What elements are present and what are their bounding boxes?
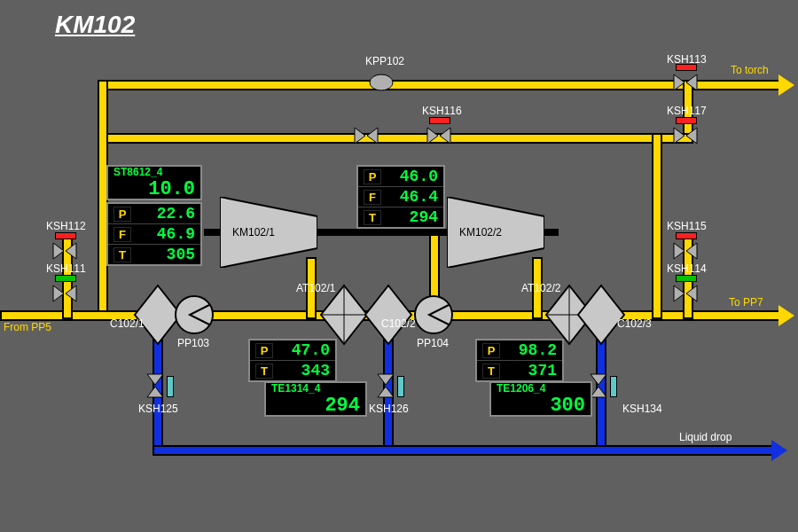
label-ksh115: KSH115 [667, 220, 707, 232]
svg-marker-18 [147, 387, 163, 397]
readout-left-pft: P22.6 F46.9 T305 [106, 202, 202, 266]
svg-marker-12 [66, 286, 76, 301]
valve-ksh111[interactable] [51, 284, 78, 303]
pipe [652, 133, 662, 319]
pipe-liquid [153, 445, 773, 456]
svg-marker-5 [674, 74, 685, 90]
label-ksh113: KSH113 [667, 53, 707, 66]
valve-ksh117[interactable] [672, 126, 699, 145]
svg-marker-33 [578, 286, 624, 344]
valve-ksh113[interactable] [672, 73, 699, 92]
label-at1022: AT102/2 [521, 282, 560, 294]
label-km1022: KM102/2 [459, 226, 502, 239]
valve-ksh126[interactable] [376, 372, 395, 399]
label-ksh126: KSH126 [369, 403, 409, 415]
svg-marker-14 [686, 243, 697, 259]
valve-ksh115[interactable] [672, 241, 699, 261]
label-ksh134: KSH134 [622, 403, 662, 415]
readout-value: 294 [410, 208, 438, 226]
svg-marker-20 [378, 387, 394, 397]
label-to-torch: To torch [731, 64, 769, 76]
readout-value: 305 [167, 246, 195, 263]
readout-value: 98.2 [519, 341, 557, 359]
readout-value: 294 [271, 395, 360, 417]
arrow-liquid [771, 440, 787, 461]
svg-point-34 [176, 296, 213, 333]
svg-marker-16 [686, 286, 697, 301]
valve-ksh112[interactable] [51, 241, 78, 261]
svg-marker-21 [591, 374, 606, 385]
readout-value: 46.4 [400, 188, 438, 206]
svg-marker-19 [378, 374, 394, 385]
svg-marker-29 [365, 286, 411, 344]
readout-te1206: TE1206_4 300 [489, 381, 592, 417]
label-ksh116: KSH116 [422, 105, 462, 117]
svg-marker-7 [674, 128, 685, 144]
svg-marker-6 [686, 74, 697, 90]
label-liquid: Liquid drop [679, 431, 732, 443]
svg-marker-15 [674, 286, 685, 301]
label-pp104: PP104 [417, 337, 449, 349]
label-at1021: AT102/1 [296, 282, 335, 294]
label-ksh114: KSH114 [667, 262, 707, 275]
arrow-to-torch [778, 74, 794, 96]
readout-tag: ST8612_4 [113, 166, 195, 178]
arrow-to-pp7 [778, 305, 794, 326]
page-title: KM102 [55, 11, 135, 39]
readout-value: 46.9 [157, 225, 195, 243]
readout-at1: P47.0 T343 [248, 339, 337, 382]
svg-marker-11 [53, 286, 64, 301]
readout-value: 10.0 [113, 178, 195, 200]
readout-st8612: ST8612_4 10.0 [106, 165, 202, 200]
separator-c1022[interactable] [364, 284, 413, 346]
svg-marker-2 [440, 128, 450, 144]
svg-marker-9 [53, 243, 64, 259]
valve-ksh114[interactable] [672, 284, 699, 303]
svg-point-0 [370, 74, 393, 90]
readout-value: 46.0 [400, 168, 438, 185]
svg-marker-4 [367, 128, 378, 144]
label-ksh112: KSH112 [46, 220, 86, 232]
label-pp103: PP103 [177, 337, 209, 349]
label-c1022: C102/2 [381, 317, 416, 330]
svg-marker-3 [355, 128, 365, 144]
readout-value: 22.6 [157, 205, 195, 223]
pipe [98, 133, 693, 144]
label-kpp102: KPP102 [365, 55, 404, 67]
svg-marker-10 [66, 243, 76, 259]
svg-marker-17 [147, 374, 163, 385]
valve-ksh125[interactable] [145, 372, 165, 399]
readout-at2: P98.2 T371 [475, 339, 564, 382]
readout-te1314: TE1314_4 294 [264, 381, 367, 417]
label-ksh111: KSH111 [46, 262, 86, 275]
readout-tag: TE1314_4 [271, 382, 360, 395]
valve-kpp102[interactable] [368, 73, 395, 92]
svg-marker-22 [591, 387, 606, 397]
pump-pp104[interactable] [413, 294, 454, 335]
readout-tag: TE1206_4 [497, 382, 585, 395]
svg-point-35 [415, 296, 452, 333]
compressor-km1022[interactable]: KM102/2 [447, 197, 544, 268]
readout-value: 47.0 [292, 341, 330, 359]
svg-marker-13 [674, 243, 685, 259]
svg-marker-1 [427, 128, 438, 144]
label-ksh125: KSH125 [138, 403, 178, 415]
readout-value: 371 [528, 362, 557, 379]
compressor-km1021[interactable]: KM102/1 [220, 197, 317, 268]
label-from: From PP5 [4, 321, 51, 333]
valve-mid-left[interactable] [353, 126, 379, 145]
pump-pp103[interactable] [174, 294, 215, 335]
label-c1021: C102/1 [110, 317, 145, 330]
readout-value: 343 [301, 362, 330, 379]
valve-ksh116[interactable] [426, 126, 452, 145]
label-c1023: C102/3 [617, 317, 652, 330]
separator-c1023[interactable] [576, 284, 626, 346]
label-km1021: KM102/1 [232, 226, 275, 239]
label-to-pp7: To PP7 [729, 296, 763, 309]
svg-marker-8 [686, 128, 697, 144]
readout-value: 300 [497, 395, 585, 417]
label-ksh117: KSH117 [667, 105, 707, 117]
readout-mid-pft: P46.0 F46.4 T294 [356, 165, 445, 229]
